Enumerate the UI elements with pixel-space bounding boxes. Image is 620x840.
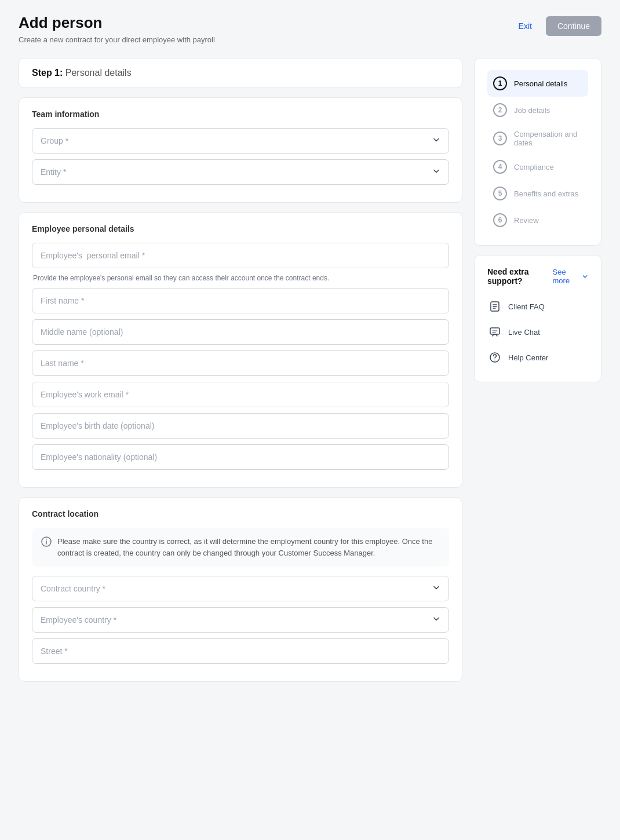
contract-info-box: Please make sure the country is correct,… (32, 528, 449, 567)
step-label-5: Benefits and extras (514, 189, 578, 198)
live-chat-item[interactable]: Live Chat (487, 319, 588, 345)
middle-name-field-wrapper (32, 319, 449, 345)
client-faq-label: Client FAQ (508, 302, 545, 311)
step-number-5: 5 (493, 187, 507, 200)
street-input[interactable] (32, 638, 449, 664)
contract-info-text: Please make sure the country is correct,… (57, 536, 440, 558)
step-number-3: 3 (493, 132, 507, 145)
client-faq-item[interactable]: Client FAQ (487, 294, 588, 319)
step-item-1[interactable]: 1 Personal details (487, 70, 588, 97)
entity-select[interactable]: Entity * (32, 159, 449, 185)
see-more-button[interactable]: See more (553, 268, 588, 285)
exit-button[interactable]: Exit (512, 17, 539, 35)
birth-date-field-wrapper (32, 413, 449, 439)
support-title: Need extra support? (487, 267, 553, 286)
document-icon (487, 299, 502, 314)
info-circle-icon (41, 536, 52, 558)
contract-section-title: Contract location (32, 509, 449, 518)
group-select[interactable]: Group * (32, 128, 449, 154)
step-item-5[interactable]: 5 Benefits and extras (487, 180, 588, 207)
nationality-field-wrapper (32, 444, 449, 470)
support-card: Need extra support? See more (474, 255, 601, 382)
employee-country-select[interactable]: Employee's country * (32, 607, 449, 633)
first-name-field-wrapper (32, 288, 449, 313)
step-number-4: 4 (493, 160, 507, 174)
step-number-6: 6 (493, 213, 507, 227)
step-number-2: 2 (493, 103, 507, 117)
group-select-wrapper: Group * (32, 128, 449, 154)
steps-list: 1 Personal details 2 Job details 3 Compe… (487, 70, 588, 233)
continue-button[interactable]: Continue (546, 16, 601, 36)
contract-country-select-wrapper: Contract country * (32, 576, 449, 601)
step-label-6: Review (514, 216, 539, 225)
step-label-3: Compensation and dates (514, 130, 582, 147)
step-item-2[interactable]: 2 Job details (487, 97, 588, 123)
help-center-label: Help Center (508, 353, 548, 362)
live-chat-label: Live Chat (508, 328, 540, 337)
step-label-2: Job details (514, 106, 550, 115)
last-name-field-wrapper (32, 350, 449, 376)
employee-section-title: Employee personal details (32, 224, 449, 233)
first-name-input[interactable] (32, 288, 449, 313)
step-item-3[interactable]: 3 Compensation and dates (487, 123, 588, 154)
page-subtitle: Create a new contract for your direct em… (19, 35, 215, 44)
personal-email-input[interactable] (32, 243, 449, 268)
page-title: Add person (19, 14, 215, 32)
birth-date-input[interactable] (32, 413, 449, 439)
personal-email-hint: Provide the employee's personal email so… (32, 274, 449, 282)
nationality-input[interactable] (32, 444, 449, 470)
last-name-input[interactable] (32, 350, 449, 376)
contract-location-card: Contract location Please make sure the c… (19, 497, 462, 682)
team-information-card: Team information Group * Entity * (19, 97, 462, 203)
work-email-input[interactable] (32, 382, 449, 407)
step-label-1: Personal details (514, 79, 568, 88)
work-email-field-wrapper (32, 382, 449, 407)
middle-name-input[interactable] (32, 319, 449, 345)
step-item-4[interactable]: 4 Compliance (487, 154, 588, 180)
step-header: Step 1: Personal details (19, 58, 462, 88)
street-field-wrapper (32, 638, 449, 664)
help-center-item[interactable]: Help Center (487, 345, 588, 370)
personal-email-field-wrapper (32, 243, 449, 268)
step-item-6[interactable]: 6 Review (487, 207, 588, 233)
step-label-4: Compliance (514, 163, 554, 171)
help-icon (487, 350, 502, 365)
step-number-1: 1 (493, 76, 507, 90)
contract-country-select[interactable]: Contract country * (32, 576, 449, 601)
steps-nav-card: 1 Personal details 2 Job details 3 Compe… (474, 58, 601, 246)
employee-country-select-wrapper: Employee's country * (32, 607, 449, 633)
svg-point-11 (494, 360, 495, 361)
svg-point-2 (46, 539, 47, 540)
chat-icon (487, 324, 502, 339)
employee-personal-details-card: Employee personal details Provide the em… (19, 212, 462, 488)
team-section-title: Team information (32, 109, 449, 119)
entity-select-wrapper: Entity * (32, 159, 449, 185)
